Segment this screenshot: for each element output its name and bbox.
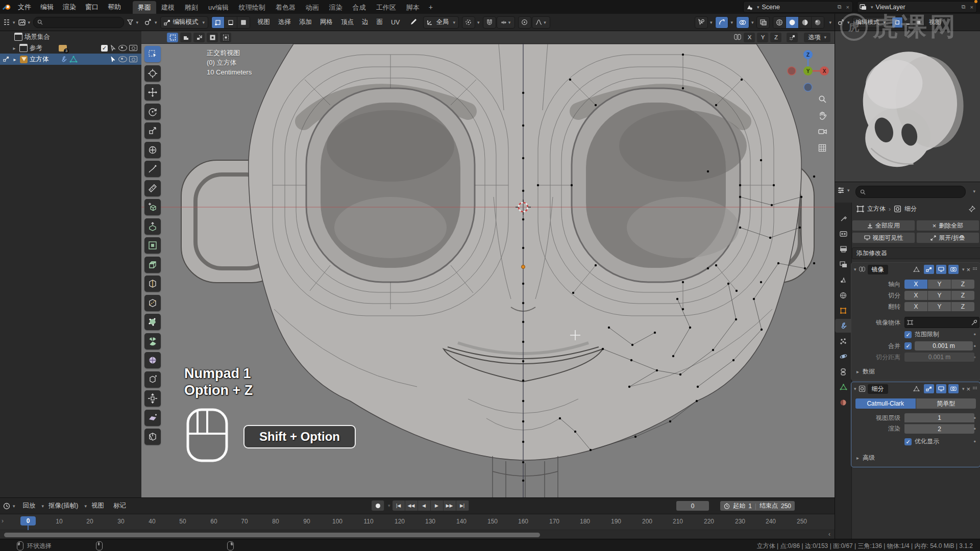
- bisect-distance-field[interactable]: 0.001 m: [904, 353, 974, 362]
- tool-poly-build[interactable]: [144, 314, 161, 330]
- tab-render[interactable]: [835, 227, 851, 241]
- next-keyframe-button[interactable]: ▶▶: [444, 500, 456, 511]
- animate-dot[interactable]: •: [973, 331, 976, 338]
- bisect-x-button[interactable]: X: [904, 291, 927, 300]
- render-display-toggle[interactable]: [948, 265, 959, 274]
- tool-inset-faces[interactable]: [144, 237, 161, 254]
- ortho-grid-icon[interactable]: [816, 142, 828, 154]
- tab-material[interactable]: [835, 395, 851, 409]
- tab-particles[interactable]: [835, 334, 851, 348]
- advanced-subpanel[interactable]: ▸ 高级: [856, 454, 875, 462]
- collapse-icon[interactable]: ▾: [854, 267, 856, 272]
- copy-icon[interactable]: ⧉: [837, 4, 843, 10]
- timeline-ruler[interactable]: › 10 20 30 40 50 60 70 80 90 100 110 120…: [0, 514, 835, 530]
- tab-modifiers[interactable]: [835, 319, 851, 333]
- workspace-tab-rendering[interactable]: 渲染: [324, 1, 348, 14]
- workspace-tab-modeling[interactable]: 建模: [156, 1, 180, 14]
- shading-material-button[interactable]: [799, 17, 812, 28]
- face-select-button[interactable]: [237, 17, 250, 28]
- active-tool-pen-icon[interactable]: [407, 18, 420, 26]
- drag-handle[interactable]: [972, 267, 977, 272]
- tool-transform[interactable]: [144, 142, 161, 158]
- tool-scale[interactable]: [144, 122, 161, 139]
- edit-cage-toggle[interactable]: [912, 384, 922, 393]
- flip-x-button[interactable]: X: [904, 302, 927, 311]
- select-mode-tweak[interactable]: [167, 33, 178, 42]
- axis-z-button[interactable]: Z: [951, 280, 974, 289]
- tool-rip-region[interactable]: [144, 429, 161, 445]
- copy-icon[interactable]: ⧉: [961, 4, 967, 10]
- play-button[interactable]: ▶: [431, 500, 444, 511]
- timeline-editor-type-button[interactable]: ▾: [3, 503, 15, 510]
- animate-dot[interactable]: •: [973, 342, 976, 350]
- render-levels-field[interactable]: 2: [904, 424, 974, 434]
- clipping-checkbox[interactable]: ✓: [904, 331, 912, 338]
- menu-add[interactable]: 添加: [295, 14, 316, 31]
- apply-all-button[interactable]: 全部应用: [852, 220, 915, 231]
- close-icon[interactable]: ×: [969, 4, 974, 10]
- render-visibility-icon[interactable]: [129, 56, 137, 62]
- data-subpanel[interactable]: ▸ 数据: [856, 367, 875, 376]
- tab-object-data[interactable]: [835, 380, 851, 394]
- tool-rotate[interactable]: [144, 104, 161, 120]
- start-value[interactable]: 1: [748, 503, 752, 510]
- view-visibility-button[interactable]: 视图可见性: [852, 232, 915, 243]
- edit-cage-toggle[interactable]: [912, 265, 922, 274]
- properties-search-input[interactable]: [855, 186, 966, 198]
- tool-select-box[interactable]: [144, 46, 161, 62]
- eyedropper-icon[interactable]: [971, 320, 977, 325]
- mirror-z-button[interactable]: Z: [770, 33, 781, 42]
- remove-modifier-button[interactable]: ×: [966, 385, 970, 393]
- tool-annotate[interactable]: [144, 161, 161, 177]
- pin-icon[interactable]: [969, 206, 975, 212]
- tab-output[interactable]: [835, 242, 851, 256]
- outliner-row-scene-collection[interactable]: 场景集合: [0, 31, 141, 42]
- pivot-point-dropdown[interactable]: ▾: [462, 16, 480, 29]
- workspace-tab-shading[interactable]: 着色器: [271, 1, 301, 14]
- editor-type-button[interactable]: ▾: [838, 19, 850, 26]
- delete-all-button[interactable]: × 删除全部: [916, 220, 979, 231]
- catmull-clark-button[interactable]: Catmull-Clark: [855, 398, 916, 409]
- tool-smooth[interactable]: [144, 352, 161, 368]
- hide-eye-icon[interactable]: [118, 45, 127, 51]
- menu-window[interactable]: 窗口: [81, 0, 103, 14]
- zoom-icon[interactable]: [816, 93, 828, 105]
- workspace-tab-animation[interactable]: 动画: [301, 1, 324, 14]
- camera-view-icon[interactable]: [816, 126, 828, 138]
- tab-constraints[interactable]: [835, 365, 851, 379]
- pan-hand-icon[interactable]: [816, 109, 828, 121]
- expand-collapse-button[interactable]: 展开/折叠: [916, 232, 979, 243]
- menu-mesh[interactable]: 网格: [316, 14, 337, 31]
- breadcrumb-object[interactable]: 立方体: [867, 205, 886, 213]
- shading-solid-button[interactable]: [786, 17, 799, 28]
- snap-base-button[interactable]: [787, 33, 798, 42]
- menu-view[interactable]: 视图: [253, 14, 274, 31]
- exclude-checkbox[interactable]: ✓: [101, 45, 108, 52]
- bisect-y-button[interactable]: Y: [928, 291, 951, 300]
- mode-dropdown[interactable]: 编辑模式 ▾: [852, 17, 890, 28]
- merge-checkbox[interactable]: ✓: [904, 342, 912, 349]
- tab-world[interactable]: [835, 288, 851, 302]
- expand-icon[interactable]: ▸: [11, 45, 17, 51]
- jump-to-start-button[interactable]: |◀: [393, 500, 405, 511]
- mirror-y-button[interactable]: Y: [757, 33, 768, 42]
- current-frame-field[interactable]: 0: [676, 501, 709, 511]
- edge-select-button[interactable]: [225, 17, 237, 28]
- tool-spin[interactable]: [144, 333, 161, 349]
- menu-view[interactable]: 视图: [927, 14, 943, 31]
- add-workspace-button[interactable]: +: [425, 3, 437, 11]
- falloff-dropdown[interactable]: ▾: [532, 16, 550, 29]
- navigation-gizmo[interactable]: Z X Y: [783, 46, 832, 95]
- tool-bevel[interactable]: [144, 257, 161, 273]
- show-select-dropdown[interactable]: ▾: [695, 16, 713, 29]
- collapse-icon[interactable]: ▾: [854, 386, 856, 391]
- modifier-name[interactable]: 镜像: [868, 265, 888, 274]
- select-mode-new[interactable]: [180, 33, 191, 42]
- tab-view-layer[interactable]: [835, 258, 851, 271]
- menu-keying[interactable]: 抠像(插帧): [44, 498, 83, 514]
- menu-help[interactable]: 帮助: [103, 0, 126, 14]
- shading-rendered-button[interactable]: [812, 17, 824, 28]
- tab-object[interactable]: [835, 304, 851, 317]
- flip-z-button[interactable]: Z: [951, 302, 974, 311]
- editmode-display-toggle[interactable]: [924, 384, 934, 393]
